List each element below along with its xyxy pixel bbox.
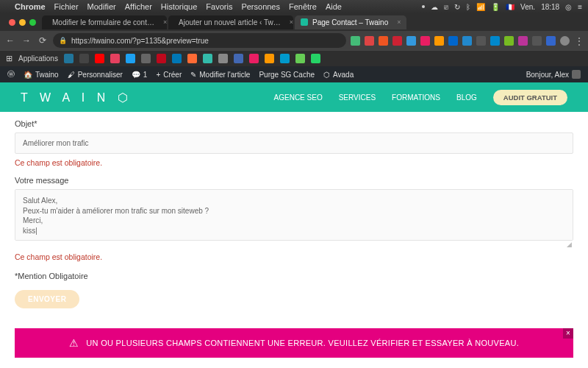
wp-new-label: Créer <box>163 71 182 79</box>
ext-icon[interactable] <box>518 36 528 46</box>
ext-icon[interactable] <box>490 36 500 46</box>
ext-icon[interactable] <box>434 36 444 46</box>
audit-button[interactable]: AUDIT GRATUIT <box>493 90 567 105</box>
close-icon[interactable]: × <box>397 18 401 26</box>
bookmark-icon[interactable] <box>110 54 120 63</box>
nav-trainings[interactable]: FORMATIONS <box>392 93 440 102</box>
ext-icon[interactable] <box>392 36 402 46</box>
avatar-icon[interactable] <box>560 36 570 46</box>
bookmark-icon[interactable] <box>295 54 305 63</box>
window-close-icon[interactable] <box>9 19 15 26</box>
ext-icon[interactable] <box>406 36 416 46</box>
wp-theme[interactable]: ⬡ Avada <box>323 71 354 79</box>
close-icon[interactable]: × <box>563 328 573 339</box>
wp-logo-icon[interactable]: ⓦ <box>7 69 15 79</box>
wp-purge[interactable]: Purge SG Cache <box>259 71 315 79</box>
ext-icon[interactable] <box>462 36 472 46</box>
reload-icon[interactable]: ⟳ <box>37 35 49 46</box>
resize-handle-icon[interactable]: ◢ <box>15 241 573 248</box>
bookmark-icon[interactable] <box>187 54 197 63</box>
forward-icon[interactable]: → <box>21 35 32 46</box>
page: T W A I N ⬡ AGENCE SEO SERVICES FORMATIO… <box>0 82 588 368</box>
logo[interactable]: T W A I N ⬡ <box>21 91 132 105</box>
ext-icon[interactable] <box>476 36 486 46</box>
bluetooth-icon[interactable]: ᛒ <box>466 3 470 11</box>
bookmark-icon[interactable] <box>218 54 228 63</box>
ext-icon[interactable] <box>351 36 360 46</box>
bookmark-icon[interactable] <box>141 54 151 63</box>
wp-new[interactable]: + Créer <box>156 71 182 79</box>
cloud-icon[interactable]: ☁ <box>431 3 438 11</box>
ext-icon[interactable] <box>379 36 388 46</box>
mention-label: *Mention Obligatoire <box>15 272 573 280</box>
subject-input[interactable] <box>15 132 573 154</box>
menu-window[interactable]: Fenêtre <box>289 2 317 11</box>
window-min-icon[interactable] <box>19 19 26 26</box>
clock-time[interactable]: 18:18 <box>541 3 559 11</box>
battery-icon[interactable]: 🔋 <box>491 3 500 11</box>
bookmark-icon[interactable] <box>265 54 274 63</box>
app-name[interactable]: Chrome <box>15 2 46 11</box>
error-text: UN OU PLUSIEURS CHAMPS CONTIENNENT UNE E… <box>86 339 519 347</box>
ext-icon[interactable] <box>504 36 514 46</box>
tab-item-active[interactable]: Page Contact – Twaino× <box>295 15 406 29</box>
address-bar[interactable]: 🔒 https://twaino.com/?p=1135&preview=tru… <box>53 33 346 48</box>
chrome-window: Modifier le formulaire de cont…× Ajouter… <box>0 13 588 66</box>
menu-view[interactable]: Afficher <box>125 2 152 11</box>
ext-icon[interactable] <box>420 36 430 46</box>
menu-bookmarks[interactable]: Favoris <box>206 2 232 11</box>
menu-history[interactable]: Historique <box>161 2 198 11</box>
flag-icon[interactable]: 🇫🇷 <box>506 3 514 11</box>
wp-edit[interactable]: ✎ Modifier l'article <box>190 71 250 79</box>
window-max-icon[interactable] <box>29 19 36 26</box>
wp-comments[interactable]: 💬 1 <box>132 71 148 79</box>
apps-label[interactable]: Applications <box>18 54 58 63</box>
wp-site[interactable]: 🏠 Twaino <box>24 71 59 79</box>
menu-help[interactable]: Aide <box>326 2 342 11</box>
display-icon[interactable]: ⎚ <box>444 3 448 11</box>
siri-icon[interactable]: ◎ <box>565 3 572 11</box>
bookmark-icon[interactable] <box>203 54 212 63</box>
ext-icon[interactable] <box>546 36 556 46</box>
bookmark-icon[interactable] <box>234 54 243 63</box>
ext-icon[interactable] <box>532 36 542 46</box>
wp-greeting[interactable]: Bonjour, Alex <box>526 70 581 79</box>
notifications-icon[interactable]: ≡ <box>578 3 582 11</box>
close-icon[interactable]: × <box>290 18 293 26</box>
nav-services[interactable]: SERVICES <box>339 93 376 102</box>
favicon-icon <box>301 18 308 26</box>
bookmark-icon[interactable] <box>311 54 320 63</box>
wp-customize-label: Personnaliser <box>78 71 123 79</box>
wp-site-label: Twaino <box>35 71 59 79</box>
menu-people[interactable]: Personnes <box>241 2 280 11</box>
ext-icon[interactable] <box>365 36 374 46</box>
wifi-icon[interactable]: 📶 <box>476 3 485 11</box>
mac-menubar: Chrome Fichier Modifier Afficher Histori… <box>0 0 588 13</box>
bookmark-icon[interactable] <box>249 54 259 63</box>
tab-item[interactable]: Modifier le formulaire de cont…× <box>42 15 167 29</box>
close-icon[interactable]: × <box>163 18 167 26</box>
nav-blog[interactable]: BLOG <box>456 93 477 102</box>
extensions: ⋮ <box>351 36 584 46</box>
submit-button[interactable]: ENVOYER <box>15 290 79 308</box>
menu-icon[interactable]: ⋮ <box>574 36 584 46</box>
bookmark-icon[interactable] <box>79 54 89 63</box>
wp-customize[interactable]: 🖌 Personnaliser <box>68 71 123 79</box>
bookmark-icon[interactable] <box>280 54 290 63</box>
updates-icon[interactable]: ↻ <box>454 3 460 11</box>
bookmark-icon[interactable] <box>95 54 104 63</box>
ext-icon[interactable] <box>448 36 458 46</box>
apps-icon[interactable]: ⊞ <box>6 54 12 63</box>
bookmark-icon[interactable] <box>126 54 135 63</box>
bookmark-icon[interactable] <box>64 54 74 63</box>
clock-day[interactable]: Ven. <box>520 3 535 11</box>
message-textarea[interactable]: Salut Alex, Peux-tu m'aider à améliorer … <box>15 189 573 241</box>
bookmark-icon[interactable] <box>172 54 182 63</box>
tab-item[interactable]: Ajouter un nouvel article ‹ Tw…× <box>168 15 293 29</box>
back-icon[interactable]: ← <box>4 35 16 46</box>
nav-agency[interactable]: AGENCE SEO <box>274 93 323 102</box>
bookmark-icon[interactable] <box>157 54 166 63</box>
menu-file[interactable]: Fichier <box>54 2 79 11</box>
menu-edit[interactable]: Modifier <box>87 2 116 11</box>
obs-icon[interactable] <box>422 5 425 8</box>
